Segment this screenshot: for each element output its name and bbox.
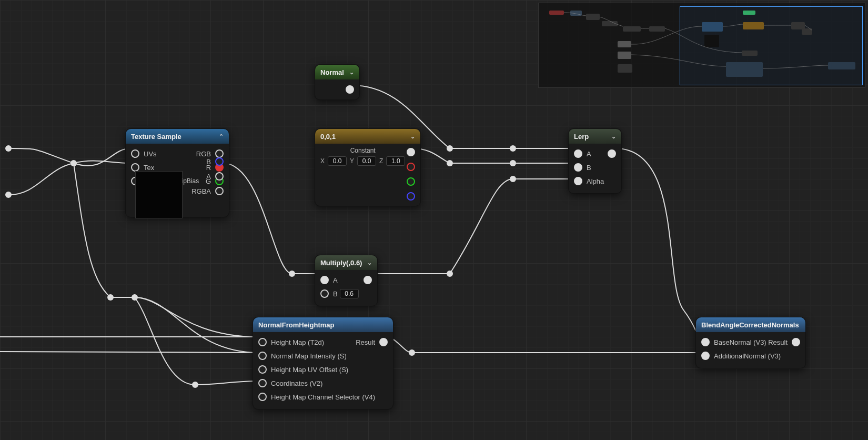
input-pin-tex[interactable] xyxy=(131,163,139,172)
pin-label: Tex xyxy=(144,164,154,172)
pin-label: A xyxy=(587,150,591,158)
pin-label: RGBA xyxy=(191,187,211,195)
pass-pin[interactable] xyxy=(70,160,77,166)
input-pin[interactable] xyxy=(258,393,267,401)
axis-label-y: Y xyxy=(350,157,354,165)
node-normal[interactable]: Normal ⌄ xyxy=(315,64,360,100)
output-pin-result[interactable] xyxy=(792,338,800,346)
pass-pin[interactable] xyxy=(510,145,516,152)
axis-label-z: Z xyxy=(379,157,383,165)
pass-pin[interactable] xyxy=(510,176,516,182)
input-pin[interactable] xyxy=(258,352,267,360)
chevron-down-icon[interactable]: ⌄ xyxy=(410,133,415,140)
constant-x-input[interactable] xyxy=(328,156,347,166)
pin-label: Result xyxy=(350,338,375,346)
pin-label: Normal Map Intensity (S) xyxy=(271,352,347,360)
pass-pin[interactable] xyxy=(5,192,12,198)
pass-pin[interactable] xyxy=(107,294,114,301)
input-pin-basenormal[interactable] xyxy=(701,338,710,346)
node-constant3[interactable]: 0,0,1 ⌄ Constant X Y Z xyxy=(315,128,421,206)
node-header[interactable]: Multiply(,0.6) ⌄ xyxy=(315,255,377,270)
multiply-b-input[interactable] xyxy=(340,289,359,298)
pin-label: B xyxy=(333,290,338,298)
axis-label-x: X xyxy=(320,157,325,165)
input-pin[interactable] xyxy=(258,365,267,374)
output-pin-vec[interactable] xyxy=(407,148,415,156)
node-header[interactable]: NormalFromHeightmap xyxy=(253,317,393,332)
output-pin-b[interactable] xyxy=(407,192,415,201)
pin-label: A xyxy=(333,276,338,284)
output-pin-r[interactable] xyxy=(407,163,415,171)
pin-label: Alpha xyxy=(587,177,604,185)
pass-pin[interactable] xyxy=(132,294,138,301)
constant-label: Constant xyxy=(320,147,405,154)
node-header[interactable]: BlendAngleCorrectedNormals xyxy=(696,317,805,332)
input-pin-a[interactable] xyxy=(320,276,329,284)
node-header[interactable]: 0,0,1 ⌄ xyxy=(315,129,420,144)
input-pin-uvs[interactable] xyxy=(131,149,139,158)
pin-label: RGB xyxy=(184,150,211,158)
output-pin[interactable] xyxy=(608,149,616,158)
pin-label: B xyxy=(206,158,211,166)
pass-pin[interactable] xyxy=(409,349,415,356)
chevron-down-icon[interactable]: ⌄ xyxy=(611,133,616,140)
pin-label: UVs xyxy=(144,150,157,158)
node-title: BlendAngleCorrectedNormals xyxy=(701,321,799,329)
pin-label: BaseNormal (V3) xyxy=(714,338,766,346)
output-pin-rgb[interactable] xyxy=(215,149,224,158)
chevron-down-icon[interactable]: ⌄ xyxy=(367,259,372,266)
graph-minimap[interactable] xyxy=(538,3,865,88)
input-pin[interactable] xyxy=(258,338,267,346)
collapse-icon[interactable]: ⌃ xyxy=(219,133,224,140)
node-title: Multiply(,0.6) xyxy=(320,259,362,267)
output-pin-a[interactable] xyxy=(215,172,224,181)
pin-label: AdditionalNormal (V3) xyxy=(714,352,781,360)
pass-pin[interactable] xyxy=(289,271,295,277)
input-pin-additionalnormal[interactable] xyxy=(701,352,710,360)
node-header[interactable]: Normal ⌄ xyxy=(315,65,359,79)
output-pin-g[interactable] xyxy=(407,177,415,186)
pass-pin[interactable] xyxy=(510,160,516,166)
output-pin[interactable] xyxy=(364,276,372,284)
node-normal-from-heightmap[interactable]: NormalFromHeightmap Height Map (T2d) Res… xyxy=(253,317,393,409)
texture-preview xyxy=(135,171,183,218)
node-blend-angle-corrected-normals[interactable]: BlendAngleCorrectedNormals BaseNormal (V… xyxy=(695,317,806,368)
node-title: NormalFromHeightmap xyxy=(258,321,334,329)
node-graph-canvas[interactable]: Texture Sample ⌃ UVs RGB Tex R Apply Vie… xyxy=(0,0,868,440)
node-title: Normal xyxy=(320,68,344,76)
chevron-down-icon[interactable]: ⌄ xyxy=(349,69,354,76)
node-multiply[interactable]: Multiply(,0.6) ⌄ A B xyxy=(315,255,378,306)
output-pin-result[interactable] xyxy=(379,338,388,346)
pass-pin[interactable] xyxy=(447,145,453,152)
pass-pin[interactable] xyxy=(447,271,453,277)
input-pin-alpha[interactable] xyxy=(574,177,582,185)
output-pin-rgba[interactable] xyxy=(215,187,224,195)
node-title: 0,0,1 xyxy=(320,133,336,141)
output-pin-b[interactable] xyxy=(215,157,224,166)
pin-label: Height Map UV Offset (S) xyxy=(271,366,348,374)
pass-pin[interactable] xyxy=(192,382,198,388)
pin-label: Height Map (T2d) xyxy=(271,338,324,346)
input-pin-b[interactable] xyxy=(574,163,582,172)
pin-label: B xyxy=(587,164,591,172)
pin-label: Result xyxy=(768,338,788,346)
input-pin-a[interactable] xyxy=(574,149,582,158)
pass-pin[interactable] xyxy=(447,160,453,166)
node-lerp[interactable]: Lerp ⌄ A B Alpha xyxy=(568,128,622,194)
pin-label: Coordinates (V2) xyxy=(271,379,322,387)
node-title: Lerp xyxy=(574,133,589,141)
output-pin[interactable] xyxy=(346,85,354,94)
constant-y-input[interactable] xyxy=(357,156,376,166)
pin-label: Height Map Channel Selector (V4) xyxy=(271,393,375,401)
input-pin[interactable] xyxy=(258,379,267,387)
node-header[interactable]: Texture Sample ⌃ xyxy=(126,129,229,144)
pin-label: A xyxy=(206,173,211,181)
node-title: Texture Sample xyxy=(131,133,181,141)
input-pin-b[interactable] xyxy=(320,289,329,298)
constant-z-input[interactable] xyxy=(386,156,405,166)
node-header[interactable]: Lerp ⌄ xyxy=(569,129,621,144)
pass-pin[interactable] xyxy=(5,145,12,152)
node-texture-sample[interactable]: Texture Sample ⌃ UVs RGB Tex R Apply Vie… xyxy=(125,128,229,217)
